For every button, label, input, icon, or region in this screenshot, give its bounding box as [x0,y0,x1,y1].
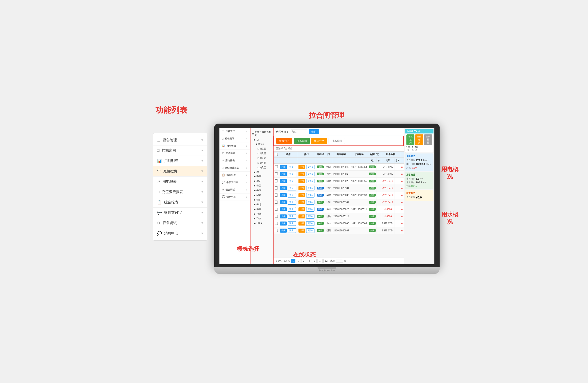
btn-more1-1[interactable]: 更多↓ [288,172,296,176]
gate-btn-2[interactable]: 楼栋合闸 [311,138,327,144]
row-check-1[interactable] [275,172,278,175]
row-checkbox-0[interactable] [274,163,279,170]
row-checkbox-3[interactable] [274,184,279,192]
btn-pull-4[interactable]: 拉闸 [298,193,305,197]
sidebar-item-8[interactable]: ⚙设备调试∨ [153,218,207,228]
tree-item-3[interactable]: □第1层 [252,146,272,151]
tree-item-9[interactable]: ▶3#南 [252,174,272,179]
page-btn-5[interactable]: ... [317,259,322,263]
btn-more1-9[interactable]: 更多↓ [288,228,296,233]
sidebar-item-3[interactable]: 🛡充值缴费∨ [153,166,207,177]
tree-item-13[interactable]: ▶5#西 [252,193,272,198]
btn-pull-5[interactable]: 拉闸 [298,200,305,204]
row-checkbox-7[interactable] [274,213,279,220]
tree-item-4[interactable]: □第2层 [252,151,272,156]
btn-close-7[interactable]: 合闸 [280,214,287,219]
tree-item-14[interactable]: ▶5#东 [252,198,272,202]
goto-input[interactable] [336,259,343,263]
app-sidebar-item-3[interactable]: 🛡充值缴费∨ [219,150,250,157]
btn-more1-5[interactable]: 更多↓ [288,200,296,204]
sidebar-item-4[interactable]: ↗用电报表∨ [153,177,207,187]
btn-close-8[interactable]: 合闸 [280,222,287,225]
gate-btn-0[interactable]: 楼栋合闸 [276,138,292,144]
row-check-9[interactable] [275,229,278,232]
btn-more2-4[interactable]: 更多↓ [306,193,315,198]
row-check-8[interactable] [275,222,278,225]
btn-close-2[interactable]: 合闸 [280,179,287,183]
row-check-7[interactable] [275,215,278,218]
btn-more2-9[interactable]: 更多↓ [306,228,315,233]
btn-more2-2[interactable]: 更多↓ [306,179,315,183]
app-sidebar-item-2[interactable]: 📊用能明细∨ [219,142,250,150]
search-button[interactable]: 查询 [309,129,319,134]
row-check-5[interactable] [275,201,278,204]
sidebar-item-7[interactable]: 💬微信支付宝∨ [153,208,207,218]
row-check-2[interactable] [275,179,278,182]
btn-more1-3[interactable]: 更多↓ [288,186,296,190]
btn-more2-1[interactable]: 更多↓ [306,172,315,176]
btn-pull-3[interactable]: 拉闸 [298,186,305,190]
btn-more1-7[interactable]: 更多↓ [288,214,296,219]
tree-item-12[interactable]: ▶4#东 [252,188,272,193]
app-sidebar-item-6[interactable]: 📋综合报表∨ [219,172,250,179]
tree-item-18[interactable]: ▶7#南 [252,216,272,221]
btn-more2-0[interactable]: 更多↓ [306,165,315,169]
row-check-6[interactable] [275,208,278,211]
sidebar-item-9[interactable]: 💭消息中心∨ [153,228,207,238]
btn-pull-0[interactable]: 拉闸 [298,165,305,169]
app-sidebar-item-8[interactable]: ⚙设备调试∨ [219,186,250,194]
row-check-4[interactable] [275,194,278,197]
row-checkbox-2[interactable] [274,178,279,184]
app-sidebar-item-4[interactable]: ↗用电报表∨ [219,157,250,164]
btn-pull-6[interactable]: 拉闸 [298,207,305,211]
tree-item-5[interactable]: □第3层 [252,156,272,160]
sidebar-item-5[interactable]: □充值缴费报表∨ [153,187,207,197]
select-all-checkbox[interactable] [275,153,278,156]
app-sidebar-item-1[interactable]: □楼栋房间∨ [219,135,250,142]
th-checkbox[interactable] [274,151,279,158]
btn-close-0[interactable]: 合闸 [280,165,287,169]
sidebar-item-2[interactable]: 📊用能明细∨ [153,156,207,166]
btn-more1-2[interactable]: 更多↓ [288,179,296,183]
row-checkbox-6[interactable] [274,206,279,213]
page-btn-3[interactable]: 4 [307,259,311,263]
btn-more2-6[interactable]: 更多↓ [306,207,315,212]
btn-close-5[interactable]: 合闸 [280,200,287,204]
row-check-0[interactable] [275,165,278,168]
btn-more1-6[interactable]: 更多↓ [288,207,296,212]
page-btn-1[interactable]: 2 [296,259,301,263]
row-check-3[interactable] [275,186,278,189]
btn-pull-7[interactable]: 拉闸 [298,214,305,219]
row-checkbox-9[interactable] [274,227,279,234]
page-btn-2[interactable]: 3 [301,259,306,263]
btn-more1-0[interactable]: 更多↓ [288,165,296,169]
row-checkbox-4[interactable] [274,192,279,199]
tree-item-19[interactable]: ▶11#化 [252,221,272,226]
app-sidebar-item-7[interactable]: 💬微信支付宝∨ [219,179,250,186]
app-sidebar-item-0[interactable]: ☰设备管理∨ [219,128,250,135]
btn-pull-8[interactable]: 拉闸 [298,222,305,225]
tree-item-16[interactable]: ▶6#南 [252,207,272,212]
btn-close-1[interactable]: 合闸 [280,172,287,176]
sidebar-item-0[interactable]: ☰设备管理∨ [153,135,207,145]
gate-btn-3[interactable]: 楼栋分闸 [329,138,345,144]
tree-item-8[interactable]: ▶2# [252,170,272,174]
page-btn-6[interactable]: 13 [323,259,329,263]
search-input[interactable] [291,129,307,134]
btn-close-3[interactable]: 合闸 [280,186,287,190]
tree-item-2[interactable]: ■单元1 [252,142,272,146]
page-btn-0[interactable]: 1 [291,259,296,263]
tree-item-0[interactable]: ☰标龙产城股份标龙 [252,130,272,138]
btn-more2-3[interactable]: 更多↓ [306,186,315,190]
btn-pull-1[interactable]: 拉闸 [298,172,305,176]
tree-item-10[interactable]: ▶3#东 [252,179,272,183]
btn-close-6[interactable]: 合闸 [280,207,287,211]
btn-more2-8[interactable]: 更多↓ [306,221,315,226]
tree-item-11[interactable]: ▶4#西 [252,183,272,188]
tree-item-15[interactable]: ▶6#北 [252,202,272,207]
page-btn-4[interactable]: 5 [312,259,317,263]
row-checkbox-5[interactable] [274,199,279,206]
btn-close-4[interactable]: 合闸 [280,193,287,197]
tree-item-7[interactable]: □第5层 [252,165,272,170]
btn-more1-4[interactable]: 更多↓ [288,193,296,198]
